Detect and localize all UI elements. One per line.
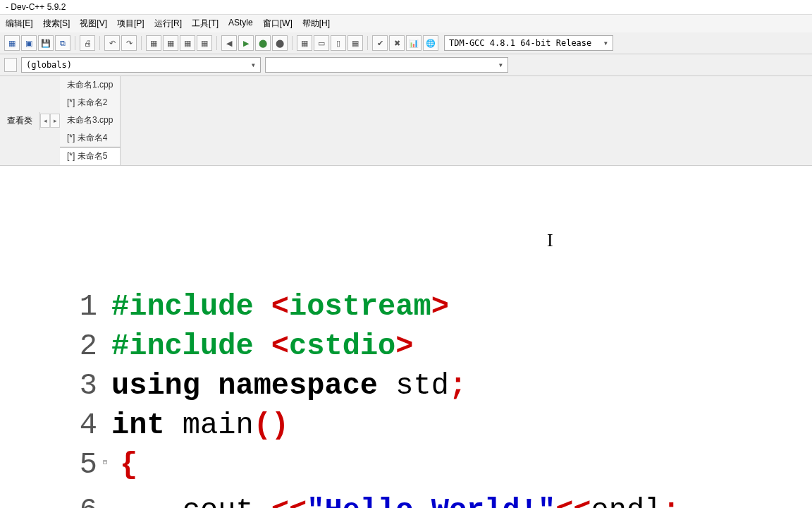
fold-icon[interactable]: ⊟ xyxy=(103,443,111,483)
scope-btn[interactable] xyxy=(4,58,17,72)
separator xyxy=(141,36,142,50)
separator xyxy=(99,36,100,50)
saveall-icon[interactable]: ⧉ xyxy=(55,35,70,51)
undo-icon[interactable]: ↶ xyxy=(104,35,120,51)
line-content[interactable]: #include <cstdio> xyxy=(111,327,812,366)
menu-window[interactable]: 窗口[W] xyxy=(263,18,293,30)
code-line[interactable]: 3using namespace std; xyxy=(69,366,812,406)
compiler-select[interactable]: TDM-GCC 4.8.1 64-bit Release xyxy=(444,35,613,51)
line-number: 4 xyxy=(69,406,111,445)
compile-icon[interactable]: ▦ xyxy=(146,35,161,51)
menu-search[interactable]: 搜索[S] xyxy=(43,18,70,30)
separator xyxy=(292,36,293,50)
rebuild-icon[interactable]: ▦ xyxy=(197,35,212,51)
run-icon[interactable]: ▦ xyxy=(163,35,178,51)
file-tab[interactable]: [*] 未命名2 xyxy=(60,94,121,111)
tabs: 未命名1.cpp[*] 未命名2未命名3.cpp[*] 未命名4[*] 未命名5 xyxy=(60,76,121,165)
menu-astyle[interactable]: AStyle xyxy=(228,18,253,30)
menu-edit[interactable]: 编辑[E] xyxy=(6,18,33,30)
scope-bar: (globals) xyxy=(0,54,812,76)
code-line[interactable]: 2#include <cstdio> xyxy=(69,327,812,366)
save-icon[interactable]: 💾 xyxy=(38,35,54,51)
globals-select[interactable]: (globals) xyxy=(21,57,261,73)
compile-run-icon[interactable]: ▦ xyxy=(180,35,195,51)
left-gutter-spacer xyxy=(0,166,69,508)
line-content[interactable]: cout <<"Hello World!"<<endl; xyxy=(111,491,812,508)
line-content[interactable]: using namespace std; xyxy=(111,366,812,406)
menu-project[interactable]: 项目[P] xyxy=(117,18,144,30)
file-tab[interactable]: [*] 未命名4 xyxy=(60,129,121,147)
tab-scroll: ◂ ▸ xyxy=(40,114,60,128)
globe-icon[interactable]: 🌐 xyxy=(423,35,438,51)
chart-icon[interactable]: 📊 xyxy=(406,35,422,51)
code-area[interactable]: I 1#include <iostream>2#include <cstdio>… xyxy=(69,166,812,508)
app-title: - Dev-C++ 5.9.2 xyxy=(6,2,66,12)
close-x-icon[interactable]: ✖ xyxy=(389,35,405,51)
menu-view[interactable]: 视图[V] xyxy=(80,18,107,30)
wins2-icon[interactable]: ▭ xyxy=(314,35,329,51)
line-number: 2 xyxy=(69,327,111,366)
function-select[interactable] xyxy=(265,57,508,73)
tab-scroll-right-icon[interactable]: ▸ xyxy=(50,114,60,128)
line-content[interactable]: #include <iostream> xyxy=(111,287,812,327)
debug-next-icon[interactable]: ▶ xyxy=(238,35,254,51)
menu-bar: 编辑[E] 搜索[S] 视图[V] 项目[P] 运行[R] 工具[T] ASty… xyxy=(0,15,812,32)
menu-help[interactable]: 帮助[H] xyxy=(302,18,330,30)
debug-over-icon[interactable]: ⬤ xyxy=(272,35,288,51)
separator xyxy=(367,36,368,50)
redo-icon[interactable]: ↷ xyxy=(121,35,137,51)
new-icon[interactable]: ▦ xyxy=(4,35,20,51)
title-bar: - Dev-C++ 5.9.2 xyxy=(0,0,812,15)
toolbar: ▦ ▣ 💾 ⧉ 🖨 ↶ ↷ ▦ ▦ ▦ ▦ ◀ ▶ ⬤ ⬤ ▦ ▭ ▯ ▦ ✔ … xyxy=(0,32,812,54)
tab-scroll-left-icon[interactable]: ◂ xyxy=(40,114,50,128)
menu-run[interactable]: 运行[R] xyxy=(154,18,182,30)
wins1-icon[interactable]: ▦ xyxy=(297,35,312,51)
classview-tab[interactable]: 查看类 xyxy=(0,112,40,130)
line-number: 3 xyxy=(69,366,111,406)
editor[interactable]: I 1#include <iostream>2#include <cstdio>… xyxy=(0,166,812,508)
code-line[interactable]: 1#include <iostream> xyxy=(69,287,812,327)
line-number: 1 xyxy=(69,287,111,327)
wins3-icon[interactable]: ▯ xyxy=(331,35,346,51)
file-tab[interactable]: 未命名1.cpp xyxy=(60,76,121,94)
code-line[interactable]: 6 cout <<"Hello World!"<<endl; xyxy=(69,491,812,508)
file-tab[interactable]: [*] 未命名5 xyxy=(60,147,121,165)
separator xyxy=(75,36,75,50)
line-content[interactable]: int main() xyxy=(111,406,812,445)
menu-tools[interactable]: 工具[T] xyxy=(192,18,219,30)
text-cursor-icon: I xyxy=(547,221,553,260)
print-icon[interactable]: 🖨 xyxy=(80,35,95,51)
code-line[interactable]: 4int main() xyxy=(69,406,812,445)
check-icon[interactable]: ✔ xyxy=(372,35,388,51)
debug-back-icon[interactable]: ◀ xyxy=(221,35,237,51)
debug-into-icon[interactable]: ⬤ xyxy=(255,35,271,51)
wins4-icon[interactable]: ▦ xyxy=(347,35,363,51)
separator xyxy=(216,36,217,50)
file-tab[interactable]: 未命名3.cpp xyxy=(60,111,121,129)
tab-bar: 查看类 ◂ ▸ 未命名1.cpp[*] 未命名2未命名3.cpp[*] 未命名4… xyxy=(0,76,812,166)
open-icon[interactable]: ▣ xyxy=(21,35,37,51)
code-line[interactable]: 5⊟{ xyxy=(69,445,812,491)
line-content[interactable]: ⊟{ xyxy=(111,445,812,491)
line-number: 6 xyxy=(69,491,111,508)
